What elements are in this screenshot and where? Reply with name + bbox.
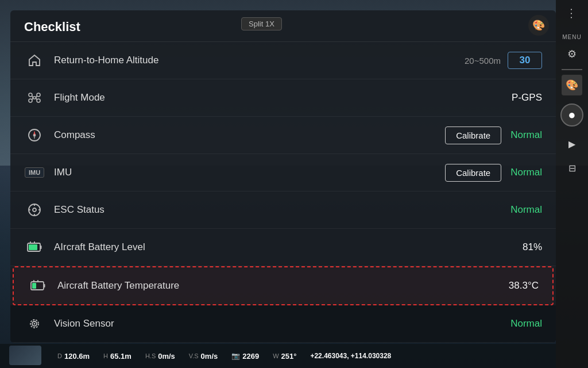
telemetry-bar: D 120.6m H 65.1m H.S 0m/s V.S 0m/s 📷 226… (0, 344, 556, 368)
row-compass: Compass Calibrate Normal (10, 117, 556, 154)
return-home-range: 20~500m (465, 56, 501, 66)
esc-icon (24, 200, 45, 220)
compass-label: Compass (54, 129, 445, 141)
hspeed-value: 0m/s (158, 352, 175, 361)
row-imu: IMU IMU Calibrate Normal (10, 154, 556, 191)
imu-badge-text: IMU (25, 167, 44, 178)
row-flight-mode: Flight Mode P-GPS (10, 79, 556, 117)
hspeed-label: H.S (145, 352, 156, 359)
row-esc: ESC Status Normal (10, 191, 556, 229)
row-battery-level: AIrcraft Battery Level 81% (10, 229, 556, 266)
heading-label: W (273, 352, 278, 359)
distance-label: D (57, 352, 62, 359)
settings-icon[interactable]: ⚙ (562, 44, 582, 64)
battery-level-icon (24, 237, 45, 258)
flight-mode-label: Flight Mode (54, 92, 512, 103)
svg-point-31 (34, 323, 36, 325)
vspeed-value: 0m/s (201, 352, 218, 361)
svg-rect-21 (29, 244, 37, 250)
palette-icon-glyph: 🎨 (532, 19, 545, 32)
altitude-label: H (103, 352, 108, 359)
telemetry-altitude: H 65.1m (103, 352, 131, 361)
sliders-icon[interactable]: ⊟ (562, 158, 582, 178)
palette-right-icon[interactable]: 🎨 (562, 75, 582, 95)
imu-status: Normal (510, 167, 542, 178)
row-vision-sensor: Vision Sensor Normal (10, 305, 556, 343)
row-battery-temp: Aircraft Battery Temperature 38.3°C (13, 266, 554, 305)
home-icon (24, 50, 45, 71)
telemetry-heading: W 251° (273, 352, 296, 361)
compass-calibrate-button[interactable]: Calibrate (445, 126, 501, 144)
play-icon[interactable]: ▶ (562, 133, 582, 154)
battery-temp-value: 38.3°C (509, 280, 539, 292)
telemetry-coordinates: +22.463043, +114.030328 (310, 352, 391, 360)
telemetry-distance: D 120.6m (57, 352, 90, 361)
altitude-value: 65.1m (110, 352, 131, 361)
shutter-button[interactable]: ● (560, 103, 583, 126)
battery-temp-label: Aircraft Battery Temperature (57, 280, 509, 292)
telemetry-hspeed: H.S 0m/s (145, 352, 175, 361)
flight-mode-value: P-GPS (512, 92, 542, 103)
panel-header: Checklist × (10, 10, 556, 42)
svg-rect-25 (44, 284, 45, 288)
svg-rect-26 (32, 283, 36, 289)
split-toggle[interactable]: Split 1X (241, 17, 282, 30)
telemetry-storage: 📷 2269 (231, 352, 259, 361)
esc-label: ESC Status (54, 204, 510, 216)
compass-icon (24, 125, 45, 145)
battery-level-value: 81% (523, 241, 542, 253)
checklist-panel: Checklist × Return-to-Home Altitude 20~5… (10, 10, 556, 343)
right-panel: ··· MENU ⚙ 🎨 ● ▶ ⊟ (556, 0, 588, 368)
vision-sensor-status: Normal (510, 318, 542, 329)
return-home-value[interactable]: 30 (508, 52, 542, 69)
drone-thumbnail (9, 346, 44, 366)
coords-value: +22.463043, +114.030328 (310, 352, 391, 360)
imu-calibrate-button[interactable]: Calibrate (445, 164, 501, 182)
menu-label: MENU (562, 34, 581, 40)
telemetry-vspeed: V.S 0m/s (189, 352, 218, 361)
compass-status: Normal (510, 129, 542, 141)
imu-icon: IMU (24, 162, 45, 183)
row-return-home: Return-to-Home Altitude 20~500m 30 (10, 42, 556, 79)
svg-rect-20 (40, 246, 42, 249)
battery-level-label: AIrcraft Battery Level (54, 241, 523, 253)
more-options-button[interactable]: ··· (562, 5, 581, 24)
return-home-label: Return-to-Home Altitude (54, 55, 465, 66)
vspeed-label: V.S (189, 352, 199, 359)
vision-sensor-label: Vision Sensor (54, 318, 510, 329)
panel-title: Checklist (24, 20, 80, 34)
esc-status: Normal (510, 204, 542, 216)
drone-flight-icon (24, 87, 45, 108)
palette-button[interactable]: 🎨 (528, 15, 549, 36)
vision-sensor-icon (24, 313, 45, 334)
imu-label: IMU (54, 167, 445, 178)
heading-value: 251° (281, 352, 297, 361)
battery-temp-icon (28, 275, 48, 296)
svg-point-14 (33, 208, 36, 212)
distance-value: 120.6m (64, 352, 90, 361)
storage-value: 2269 (242, 352, 259, 361)
